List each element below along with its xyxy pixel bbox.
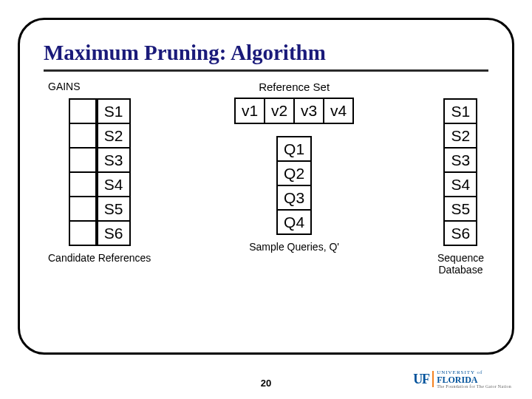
- logo-text: UNIVERSITY of FLORIDA The Foundation for…: [437, 369, 511, 389]
- sequence-cell: S5: [444, 197, 477, 221]
- page-number: 20: [261, 378, 271, 389]
- candidate-cell: S4: [98, 172, 130, 197]
- candidate-tables: S1 S2 S3 S4 S5 S6: [69, 98, 131, 246]
- table-row: S5: [444, 197, 477, 221]
- table-row: S2: [98, 123, 130, 148]
- table-row: S4: [98, 172, 130, 197]
- logo-tagline: The Foundation for The Gator Nation: [437, 384, 511, 389]
- table-row: S1: [444, 99, 477, 123]
- table-row: v1 v2 v3 v4: [235, 98, 353, 123]
- sequence-cell: S2: [444, 123, 477, 148]
- table-row: S5: [98, 197, 130, 221]
- candidate-references-label: Candidate References: [48, 252, 151, 264]
- table-row: [69, 172, 96, 197]
- content-area: GAINS S1 S2 S3 S4 S5 S6: [44, 81, 488, 276]
- table-row: S2: [444, 123, 477, 148]
- reference-cell: v1: [235, 98, 265, 123]
- slide-title: Maximum Pruning: Algorithm: [44, 41, 488, 65]
- gains-column: GAINS S1 S2 S3 S4 S5 S6: [48, 81, 151, 264]
- candidate-cell: S6: [98, 221, 130, 245]
- candidate-table: S1 S2 S3 S4 S5 S6: [97, 98, 131, 246]
- query-cell: Q1: [277, 137, 311, 161]
- candidate-cell: S2: [98, 123, 130, 148]
- query-cell: Q3: [277, 185, 311, 210]
- sequence-table: S1 S2 S3 S4 S5 S6: [443, 98, 477, 246]
- table-row: S1: [98, 99, 130, 123]
- reference-cell: v4: [324, 98, 353, 123]
- title-underline: [44, 69, 488, 72]
- candidate-cell: S3: [98, 148, 130, 172]
- sequence-database-label: Sequence Database: [437, 252, 484, 276]
- sequence-cell: S4: [444, 172, 477, 197]
- sequence-cell: S1: [444, 99, 477, 123]
- logo-florida: FLORIDA: [437, 375, 511, 384]
- sample-queries-label: Sample Queries, Q': [249, 241, 339, 253]
- sequence-cell: S3: [444, 148, 477, 172]
- sequence-cell: S6: [444, 221, 477, 245]
- uf-logo: UF UNIVERSITY of FLORIDA The Foundation …: [413, 369, 511, 389]
- query-cell: Q2: [277, 161, 311, 185]
- gains-label: GAINS: [48, 81, 81, 94]
- spacer: [460, 81, 463, 94]
- candidate-cell: S1: [98, 99, 130, 123]
- middle-column: Reference Set v1 v2 v3 v4 Q1 Q2 Q3 Q4 Sa…: [166, 81, 423, 253]
- sequence-column: S1 S2 S3 S4 S5 S6 Sequence Database: [437, 81, 484, 276]
- table-row: S4: [444, 172, 477, 197]
- table-row: [69, 221, 96, 245]
- table-row: [69, 197, 96, 221]
- logo-uf-mark: UF: [413, 372, 429, 387]
- slide-frame: Maximum Pruning: Algorithm GAINS S1 S2 S…: [18, 18, 514, 355]
- table-row: [69, 123, 96, 148]
- table-row: [69, 99, 96, 123]
- table-row: Q4: [277, 210, 311, 234]
- table-row: S3: [98, 148, 130, 172]
- logo-divider: [432, 371, 434, 387]
- table-row: Q2: [277, 161, 311, 185]
- query-table: Q1 Q2 Q3 Q4: [276, 136, 312, 235]
- table-row: Q1: [277, 137, 311, 161]
- reference-cell: v3: [294, 98, 324, 123]
- candidate-cell: S5: [98, 197, 130, 221]
- reference-set-table: v1 v2 v3 v4: [234, 98, 354, 124]
- reference-set-label: Reference Set: [259, 81, 330, 93]
- table-row: [69, 148, 96, 172]
- table-row: S3: [444, 148, 477, 172]
- reference-cell: v2: [265, 98, 294, 123]
- query-cell: Q4: [277, 210, 311, 234]
- table-row: S6: [98, 221, 130, 245]
- gains-table: [69, 98, 97, 246]
- table-row: Q3: [277, 185, 311, 210]
- table-row: S6: [444, 221, 477, 245]
